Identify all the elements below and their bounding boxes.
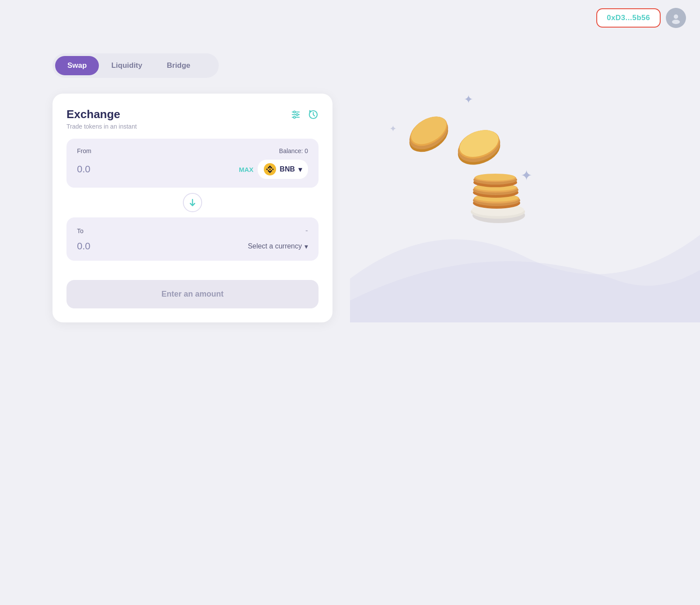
from-box-header: From Balance: 0 [77,147,308,154]
left-panel: Swap Liquidity Bridge Exchange Trade tok… [52,53,350,322]
card-title-group: Exchange Trade tokens in an instant [66,108,137,130]
avatar[interactable] [666,8,686,28]
history-icon-btn[interactable] [308,109,318,122]
card-subtitle: Trade tokens in an instant [66,123,137,130]
svg-point-5 [294,111,295,113]
bnb-chevron: ▾ [298,165,302,174]
bnb-icon [264,163,276,175]
card-title: Exchange [66,108,137,121]
background-mountains [350,147,700,322]
swap-direction-button[interactable] [183,193,202,212]
to-token-box: To - 0.0 Select a currency ▾ [66,217,318,261]
settings-icon-btn[interactable] [290,109,301,122]
enter-amount-button[interactable]: Enter an amount [66,280,318,308]
to-amount: 0.0 [77,241,91,252]
from-token-box: From Balance: 0 0.0 MAX BNB [66,139,318,188]
right-panel: ✦ ✦ ✦ [350,53,700,322]
currency-placeholder-text: Select a currency [248,242,302,250]
tab-bar: Swap Liquidity Bridge [52,53,219,78]
main-content: Swap Liquidity Bridge Exchange Trade tok… [0,36,700,322]
swap-arrow-wrapper [66,193,318,212]
wallet-button[interactable]: 0xD3...5b56 [596,8,661,28]
to-box-header: To - [77,226,308,235]
from-token-row: 0.0 MAX BNB ▾ [77,160,308,179]
sparkle-1: ✦ [464,93,473,106]
bnb-token-selector[interactable]: BNB ▾ [258,160,308,179]
to-dash: - [305,226,308,235]
max-button[interactable]: MAX [239,166,253,173]
balance-display: Balance: 0 [279,147,308,154]
currency-selector-button[interactable]: Select a currency ▾ [248,242,308,251]
tab-bridge[interactable]: Bridge [154,56,203,75]
to-label: To [77,227,84,234]
svg-point-0 [674,14,678,19]
card-icons [290,109,318,122]
tab-liquidity[interactable]: Liquidity [99,56,154,75]
tab-swap[interactable]: Swap [55,56,99,75]
exchange-card: Exchange Trade tokens in an instant [52,94,332,322]
from-label: From [77,147,91,154]
from-token-right: MAX BNB ▾ [239,160,308,179]
bnb-label: BNB [280,165,295,173]
header: 0xD3...5b56 [0,0,700,36]
arrow-down-icon [188,198,197,207]
to-token-row: 0.0 Select a currency ▾ [77,241,308,252]
currency-chevron-icon: ▾ [304,242,308,251]
svg-point-7 [294,116,295,118]
svg-point-6 [296,114,298,115]
card-header: Exchange Trade tokens in an instant [66,108,318,130]
sparkle-2: ✦ [389,123,397,134]
svg-point-1 [672,20,680,24]
from-amount: 0.0 [77,164,91,175]
